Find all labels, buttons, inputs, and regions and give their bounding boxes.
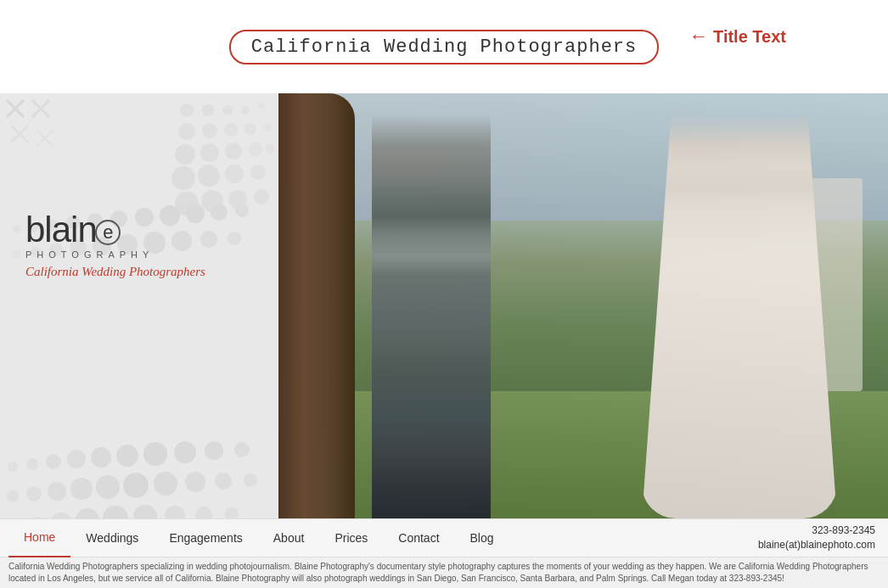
svg-point-74 (51, 512, 71, 518)
svg-point-31 (13, 225, 21, 233)
nav-email: blaine(at)blainephoto.com (758, 538, 875, 552)
logo-area: blaine PHOTOGRAPHY California Wedding Ph… (25, 212, 205, 279)
svg-point-26 (250, 165, 266, 180)
page-wrapper: California Wedding Photographers ← Title… (0, 0, 888, 588)
svg-point-57 (116, 445, 138, 467)
svg-point-78 (165, 506, 185, 518)
page-title: California Wedding Photographers (229, 30, 659, 64)
svg-point-63 (26, 486, 42, 501)
svg-point-55 (67, 450, 86, 468)
svg-point-76 (103, 506, 128, 518)
sidebar: blaine PHOTOGRAPHY California Wedding Ph… (0, 93, 278, 518)
svg-point-69 (185, 472, 205, 492)
svg-point-23 (171, 166, 195, 190)
svg-point-22 (265, 143, 275, 154)
svg-point-25 (225, 165, 244, 183)
svg-point-16 (244, 123, 256, 135)
nav-item-blog[interactable]: Blog (455, 519, 509, 557)
svg-point-53 (26, 458, 38, 470)
logo-tagline: California Wedding Photographers (25, 265, 205, 279)
nav-item-contact[interactable]: Contact (383, 519, 454, 557)
svg-point-11 (241, 106, 250, 115)
svg-point-68 (154, 472, 177, 496)
svg-point-17 (263, 123, 272, 132)
sidebar-bg-pattern (0, 93, 278, 518)
svg-point-30 (254, 189, 269, 204)
svg-point-8 (180, 104, 194, 117)
nav-item-home[interactable]: Home (8, 519, 70, 557)
svg-point-13 (178, 123, 195, 140)
nav-items: Home Weddings Engagements About Prices C… (8, 519, 880, 557)
svg-point-60 (205, 441, 223, 460)
svg-point-59 (174, 441, 196, 463)
footer-text: California Wedding Photographers special… (0, 557, 888, 588)
logo-e-circle: e (95, 220, 121, 245)
svg-point-15 (224, 123, 238, 137)
top-header: California Wedding Photographers ← Title… (0, 0, 888, 93)
svg-point-20 (225, 143, 242, 160)
title-annotation: ← Title Text (689, 25, 786, 48)
logo-text: blaine (25, 212, 205, 248)
svg-point-61 (234, 442, 250, 457)
svg-point-14 (202, 123, 217, 138)
photo-overlay (278, 93, 888, 518)
svg-point-41 (235, 204, 249, 217)
svg-point-65 (70, 478, 93, 500)
title-annotation-label: Title Text (713, 27, 786, 47)
nav-item-engagements[interactable]: Engagements (154, 519, 257, 557)
svg-point-58 (143, 442, 167, 466)
svg-point-62 (7, 490, 19, 502)
svg-point-24 (198, 165, 220, 187)
photo-background (278, 93, 888, 518)
svg-point-21 (249, 143, 262, 156)
svg-point-40 (211, 204, 228, 221)
svg-point-56 (91, 447, 111, 468)
nav-item-about[interactable]: About (258, 519, 320, 557)
svg-point-9 (202, 104, 214, 116)
nav-item-prices[interactable]: Prices (319, 519, 383, 557)
svg-point-77 (133, 505, 157, 518)
svg-point-67 (123, 473, 149, 498)
svg-point-71 (244, 473, 257, 487)
svg-point-52 (8, 462, 18, 472)
content-area: blaine PHOTOGRAPHY California Wedding Ph… (0, 93, 888, 518)
svg-point-54 (46, 454, 61, 469)
main-photo (278, 93, 888, 518)
arrow-icon: ← (689, 25, 708, 48)
svg-point-80 (225, 507, 239, 518)
svg-point-42 (13, 250, 21, 259)
svg-point-66 (96, 475, 120, 499)
nav-contact: 323-893-2345 blaine(at)blainephoto.com (758, 524, 875, 552)
svg-point-70 (215, 473, 232, 490)
svg-point-19 (200, 143, 219, 162)
svg-point-10 (222, 105, 233, 115)
logo-photography: PHOTOGRAPHY (25, 249, 205, 260)
logo-blain: blain (25, 210, 97, 249)
nav-bar: Home Weddings Engagements About Prices C… (0, 518, 888, 557)
nav-phone: 323-893-2345 (758, 524, 875, 538)
nav-item-weddings[interactable]: Weddings (70, 519, 154, 557)
svg-point-12 (258, 103, 265, 109)
svg-point-79 (195, 507, 212, 518)
svg-point-51 (228, 232, 241, 245)
svg-point-18 (175, 144, 195, 165)
svg-point-75 (76, 508, 99, 518)
svg-point-64 (48, 482, 66, 501)
